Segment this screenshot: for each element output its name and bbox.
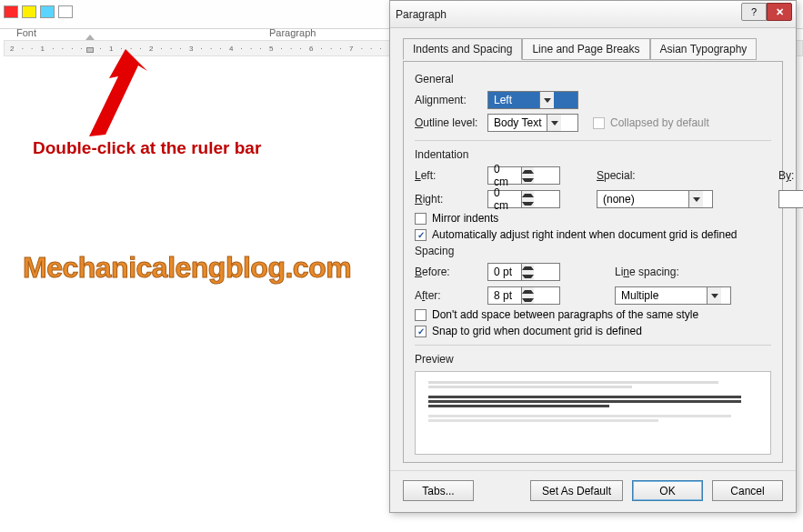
by-label: By:	[778, 169, 803, 182]
paragraph-dialog: Paragraph ? ✕ Indents and Spacing Line a…	[389, 0, 797, 513]
indent-right-spinner[interactable]: 0 cm	[487, 190, 560, 208]
spin-up-icon[interactable]	[522, 287, 534, 296]
mirror-indents-checkbox[interactable]: Mirror indents	[415, 212, 771, 225]
auto-adjust-indent-checkbox[interactable]: ✓ Automatically adjust right indent when…	[415, 228, 771, 241]
tab-indents-spacing[interactable]: Indents and Spacing	[403, 38, 522, 60]
checkbox-icon	[593, 117, 605, 129]
indent-right-label: Right:	[415, 193, 487, 206]
alignment-combo[interactable]: Left	[487, 91, 578, 109]
checkbox-checked-icon: ✓	[415, 229, 427, 241]
spin-up-icon[interactable]	[522, 167, 534, 176]
close-button[interactable]: ✕	[767, 3, 792, 21]
alignment-value: Left	[488, 94, 539, 106]
swatch-white[interactable]	[58, 5, 73, 18]
ok-button[interactable]: OK	[632, 480, 703, 501]
spin-down-icon[interactable]	[522, 296, 534, 304]
dialog-titlebar[interactable]: Paragraph ? ✕	[390, 1, 796, 28]
section-general-title: General	[415, 73, 771, 85]
ribbon-group-paragraph-label: Paragraph	[269, 27, 316, 38]
spin-down-icon[interactable]	[522, 176, 534, 184]
chevron-down-icon[interactable]	[547, 115, 561, 131]
line-spacing-combo[interactable]: Multiple	[615, 286, 731, 305]
before-label: Before:	[415, 266, 487, 278]
indent-left-spinner[interactable]: 0 cm	[487, 166, 560, 185]
after-spinner[interactable]: 8 pt	[487, 286, 560, 305]
special-label: Special:	[597, 169, 678, 182]
collapsed-label: Collapsed by default	[610, 116, 709, 129]
before-spinner[interactable]: 0 pt	[487, 263, 560, 281]
dialog-title: Paragraph	[396, 8, 447, 21]
annotation-arrow-icon	[73, 45, 155, 146]
spin-up-icon[interactable]	[522, 264, 534, 272]
by-spinner[interactable]	[778, 190, 803, 208]
spin-up-icon[interactable]	[522, 191, 534, 199]
annotation-text: Double-click at the ruler bar	[33, 138, 261, 158]
tab-asian-typography[interactable]: Asian Typography	[650, 38, 758, 60]
cancel-button[interactable]: Cancel	[712, 480, 783, 501]
checkbox-checked-icon: ✓	[415, 326, 427, 337]
outline-level-combo[interactable]: Body Text	[487, 114, 578, 132]
dont-add-space-checkbox[interactable]: Don't add space between paragraphs of th…	[415, 308, 771, 321]
watermark-text: Mechanicalengblog.com	[23, 251, 351, 285]
swatch-red[interactable]	[4, 5, 18, 18]
swatch-yellow[interactable]	[22, 5, 36, 18]
dialog-tabs: Indents and Spacing Line and Page Breaks…	[403, 37, 783, 59]
tabs-button[interactable]: Tabs...	[403, 480, 474, 501]
checkbox-icon	[415, 213, 427, 225]
svg-marker-0	[89, 49, 147, 136]
ribbon-group-font-label: Font	[16, 27, 36, 38]
line-spacing-label: Line spacing:	[615, 266, 715, 278]
preview-box	[415, 371, 771, 455]
checkbox-icon	[415, 309, 427, 321]
special-combo[interactable]: (none)	[597, 190, 713, 208]
document-page[interactable]	[4, 58, 386, 531]
section-spacing-title: Spacing	[415, 245, 771, 257]
spin-down-icon[interactable]	[522, 199, 534, 207]
swatch-blue[interactable]	[40, 5, 55, 18]
chevron-down-icon[interactable]	[707, 287, 721, 304]
chevron-down-icon[interactable]	[688, 191, 703, 207]
spin-down-icon[interactable]	[522, 272, 534, 280]
section-preview-title: Preview	[415, 353, 771, 366]
snap-to-grid-checkbox[interactable]: ✓ Snap to grid when document grid is def…	[415, 325, 771, 337]
tab-panel: General Alignment: Left Outline level: B…	[403, 61, 783, 463]
indent-left-label: Left:	[415, 169, 487, 182]
set-default-button[interactable]: Set As Default	[530, 480, 623, 501]
dialog-button-row: Tabs... Set As Default OK Cancel	[390, 470, 796, 512]
outline-level-value: Body Text	[488, 116, 547, 129]
collapsed-checkbox: Collapsed by default	[593, 116, 709, 129]
help-button[interactable]: ?	[741, 3, 767, 21]
alignment-label: Alignment:	[415, 94, 487, 106]
tab-line-page-breaks[interactable]: Line and Page Breaks	[522, 38, 649, 60]
highlight-swatches	[4, 5, 73, 18]
section-indentation-title: Indentation	[415, 148, 771, 161]
chevron-down-icon[interactable]	[539, 92, 554, 108]
outline-level-label: Outline level:	[415, 116, 487, 129]
after-label: After:	[415, 289, 487, 302]
